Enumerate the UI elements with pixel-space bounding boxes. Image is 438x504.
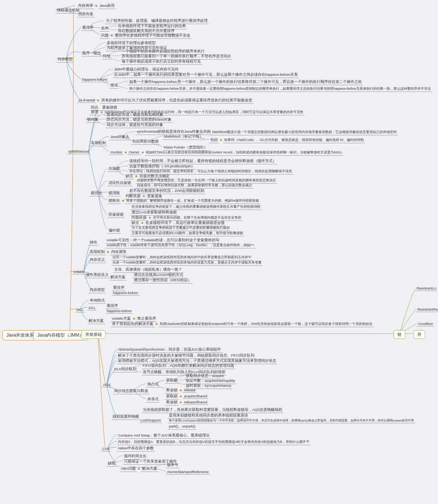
sh-get[interactable]: 获取锁acquireShared: [165, 394, 208, 400]
java-header[interactable]: Java对象头: [109, 134, 130, 140]
ls-methods: park()、unpark(): [168, 424, 196, 430]
reentrantrw-node[interactable]: ReentrantRea: [416, 307, 438, 312]
dcl[interactable]: DCL: [75, 307, 85, 313]
lock-obj[interactable]: 锁对象: [86, 117, 100, 123]
hb-infer[interactable]: 推论: [109, 83, 119, 89]
clh-desc: FIFO双向队列，AQS依赖它来解决同步状态的管理问题: [142, 363, 235, 369]
dot-icon: [107, 251, 109, 253]
adapt-spin[interactable]: 适应性自旋锁: [107, 180, 132, 186]
dot-icon: [180, 401, 182, 403]
clh[interactable]: CLH同步队列: [113, 366, 138, 372]
markword[interactable]: MarkWord（标记字段）: [163, 134, 204, 140]
dcl-lbl[interactable]: DCL: [87, 305, 97, 311]
bias-desc: 为了在无多线程竞争的情况下尽量减少不必要的轻量级锁执行路径: [130, 225, 231, 231]
light-desc: 在没有多线程竞争的前提下，减少传统的重量级锁使用操作系统互斥量产生的性能消耗: [130, 204, 262, 210]
vol-op-sem[interactable]: 操作系统语义: [85, 272, 110, 278]
spin[interactable]: 自旋锁: [107, 166, 121, 172]
reentrant-node[interactable]: ReentrantLo: [415, 286, 437, 291]
dot-icon: [95, 5, 97, 7]
bias-lock[interactable]: 偏向锁: [107, 228, 121, 234]
dot-icon: [111, 35, 113, 37]
lock-label: 锁: [394, 330, 405, 339]
asif[interactable]: as-if-serial所有的操作均可以为了优化而被重排序，但是你必须要保证重排…: [77, 98, 253, 104]
reorder[interactable]: 重排序: [81, 25, 95, 31]
cas-aba-s1: 版本号: [166, 462, 179, 468]
lock-elim[interactable]: 锁消除: [107, 190, 121, 196]
lock-o3: 同步方法块，锁是括号里面的对象: [106, 122, 164, 128]
ls-park: 每个使用LockSupport的线程都会与一个许可关联，如果该许可可用，并且可在…: [168, 418, 415, 423]
dot-icon: [180, 395, 182, 397]
dot-icon: [156, 323, 158, 325]
dot-icon: [133, 318, 135, 320]
header-parts[interactable]: 包括两部分数据: [131, 139, 160, 145]
hb-def: 在JMM中，如果一个操作执行的结果需要对另一个操作可见，那么这两个操作之间必须存…: [113, 72, 299, 78]
vol-atom: volatile原子性：volatile对单个读/写具有原子性（32位Long、…: [106, 243, 256, 248]
tool-node[interactable]: 并: [413, 330, 425, 339]
mem-model[interactable]: 内存模型: [57, 57, 74, 63]
locksupport[interactable]: LockSupport: [139, 418, 162, 423]
lock-coarse[interactable]: 锁粗化将多个连锁的、解锁操作连接在一起，扩展成一个范围更大的锁。例如for循环内…: [107, 198, 260, 204]
hb-i1: 如果一个操作happens-before另一个操作，那么第一个操作的执行结果将对…: [128, 79, 363, 85]
mw-incl[interactable]: 包括哈希码（HashCode）、GC分代年龄、锁状态标志、线程持有的锁、偏向线程…: [209, 137, 365, 143]
cas-aba[interactable]: ABA问题解决方案: [120, 466, 158, 472]
impl-mech[interactable]: 实现机制: [90, 140, 107, 146]
dcl-sol[interactable]: 解决方案: [87, 318, 105, 324]
vol-feat[interactable]: 特性: [89, 240, 98, 246]
excl-rel[interactable]: 释放锁release: [165, 388, 197, 394]
bw-desc: 当有线程获取锁了，其他再次获取时需要阻塞，当线程释放锁后，AQS负责唤醒线程: [142, 407, 283, 413]
vol-sol[interactable]: 解决方案: [109, 274, 127, 280]
tool-label: 并: [413, 330, 425, 339]
cas-weak[interactable]: 缺陷: [107, 461, 116, 467]
light-lock[interactable]: 轻量级锁: [107, 212, 125, 218]
comm-shared[interactable]: 内存共享Java采用: [77, 3, 116, 9]
exclusive[interactable]: 独占式: [146, 381, 160, 388]
cas[interactable]: CAS: [101, 446, 111, 452]
reorder-prob[interactable]: 问题重排序在多线程环境下可能会导致数据不安全: [100, 33, 191, 39]
excl-get[interactable]: 获取锁: [165, 378, 179, 384]
sh-rel[interactable]: 释放锁releaseShared: [165, 400, 208, 406]
shared[interactable]: 共享式: [146, 397, 160, 403]
aqs-desc: AbstractQueuedSynchronizer，同步器，实现JUC核心基础…: [117, 347, 222, 353]
dot-icon: [122, 200, 124, 202]
dot-icon: [180, 389, 182, 391]
dot-icon: [141, 222, 143, 224]
vol-impl[interactable]: 实现机制内存屏障: [89, 249, 127, 255]
seq-feat[interactable]: 特性: [102, 54, 112, 60]
sync[interactable]: synchronized: [67, 149, 90, 154]
condition-node[interactable]: Condition: [417, 321, 434, 326]
adapt-succ: 自旋成功，则可以增加自旋次数，如果获取锁经常失败，那么自旋次数会减少: [136, 183, 253, 188]
mw-desc: MarkWord被设计成一个非固定的数据结构以便在极小的空间内存储尽量多的数据，…: [211, 130, 398, 135]
monitor[interactable]: monitorOwner初始时为NULL表示当前没有任何线程拥有该monitor…: [109, 150, 343, 156]
seq-f3: 每个操作都必须原子执行且立刻对所有线程可见: [121, 59, 202, 65]
dcl-single: 单例模式: [89, 298, 106, 304]
basic-node[interactable]: 并发基础: [81, 330, 106, 339]
reorder-cond[interactable]: 条件: [100, 26, 110, 32]
block-wake[interactable]: 线程阻塞和唤醒: [112, 414, 140, 420]
vol-sem2: 当读一个volatile变量时，JMM会把该线程对应的本地内存设置为无效，直接从…: [111, 260, 263, 266]
vol-mm[interactable]: 内存模型: [89, 287, 106, 293]
dot-icon: [143, 195, 145, 197]
dot-icon: [220, 139, 222, 141]
lock-opt[interactable]: 锁优化: [90, 190, 103, 196]
vol-sem[interactable]: 内存语义: [89, 257, 106, 263]
cas-desc: Compare And Swap，整个JUC体系最核心、最基础理论: [117, 433, 211, 439]
dcl-hb: happens-before: [106, 308, 133, 314]
vol-sem1: 当写一个volatile变量时，JMM会把该线程对应的本地内存中的共享变量值立即…: [111, 255, 253, 260]
sync-state[interactable]: 同步状态获取与释放: [113, 388, 149, 394]
volatile[interactable]: volatile: [72, 269, 86, 274]
jmm-label: Java内存模型（JMM）: [33, 330, 88, 340]
seq-consist[interactable]: 顺序一致性: [81, 51, 102, 57]
jmm-node[interactable]: Java内存模型（JMM）: [33, 330, 88, 340]
cas-mem: 内存值V、旧的预期值A、要更新的值B，当且仅当内存值V的值等于旧的预期值A时才会…: [117, 440, 311, 445]
comm-msg[interactable]: 消息传递: [77, 11, 94, 17]
hb-i2: 两个操作之间存在happens-before关系，并不意味着一定要按照happe…: [128, 86, 432, 92]
vol-mm2: happens-before: [112, 290, 139, 296]
dot-icon: [101, 111, 103, 113]
aqs[interactable]: AQS: [102, 382, 112, 388]
cas-aba-s2: AtomicStampedReference: [166, 469, 210, 475]
dcl-holder[interactable]: 基于类初始化的解决方案利用classloder的机制来保证初始化instance…: [111, 321, 374, 327]
dot-icon: [125, 152, 127, 153]
cas-native: native中存在四个参数: [117, 446, 155, 452]
hb[interactable]: happens-before: [81, 77, 109, 82]
lock-node[interactable]: 锁: [394, 330, 405, 339]
